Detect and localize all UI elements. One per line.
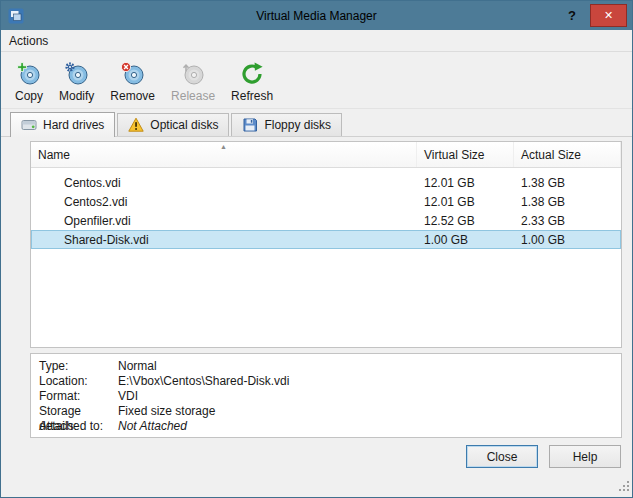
toolbar-release-button: Release (164, 57, 222, 106)
refresh-icon (240, 60, 264, 87)
virtual-size: 12.01 GB (417, 195, 514, 209)
virtual-size: 12.52 GB (417, 214, 514, 228)
toolbar-remove-button[interactable]: Remove (103, 57, 162, 106)
toolbar-modify-button[interactable]: Modify (52, 57, 101, 106)
table-body: Centos.vdi 12.01 GB 1.38 GB Centos2.vdi … (31, 168, 621, 249)
close-icon: ✕ (604, 9, 613, 22)
detail-storage: Storage details: Fixed size storage (39, 404, 613, 419)
hard-drive-icon (21, 117, 37, 133)
media-name: Centos2.vdi (31, 195, 417, 209)
detail-attached: Attached to: Not Attached (39, 419, 613, 434)
table-row-centos[interactable]: Centos.vdi 12.01 GB 1.38 GB (31, 173, 621, 192)
toolbar-copy-button[interactable]: Copy (8, 57, 50, 106)
actual-size: 1.00 GB (514, 233, 621, 247)
table-row-centos2[interactable]: Centos2.vdi 12.01 GB 1.38 GB (31, 192, 621, 211)
detail-attached-label: Attached to: (39, 419, 118, 434)
disk-add-icon (17, 60, 41, 87)
table-row-shared-disk[interactable]: Shared-Disk.vdi 1.00 GB 1.00 GB (31, 230, 621, 249)
toolbar-refresh-button[interactable]: Refresh (224, 57, 280, 106)
table-header: Name Virtual Size Actual Size ▲ (31, 142, 621, 168)
tab-optical-disks-label: Optical disks (150, 118, 218, 132)
virtual-size: 1.00 GB (417, 233, 514, 247)
tab-hard-drives[interactable]: Hard drives (10, 112, 115, 137)
detail-format: Format: VDI (39, 389, 613, 404)
help-button[interactable]: Help (549, 445, 621, 468)
column-header-virtual-size[interactable]: Virtual Size (417, 142, 514, 167)
toolbar: Copy Modify (1, 52, 632, 109)
column-header-actual-size[interactable]: Actual Size (514, 142, 621, 167)
resize-grip[interactable] (617, 479, 630, 495)
table-row-openfiler[interactable]: Openfiler.vdi 12.52 GB 2.33 GB (31, 211, 621, 230)
window-title: Virtual Media Manager (1, 9, 632, 23)
tab-optical-disks[interactable]: Optical disks (117, 113, 229, 136)
detail-storage-value: Fixed size storage (118, 404, 215, 419)
disk-modify-icon (65, 60, 89, 87)
warning-icon (128, 117, 144, 133)
titlebar-close-button[interactable]: ✕ (590, 4, 627, 27)
detail-location-label: Location: (39, 374, 118, 389)
toolbar-modify-label: Modify (59, 89, 94, 103)
toolbar-release-label: Release (171, 89, 215, 103)
menubar: Actions (1, 30, 632, 52)
media-name: Shared-Disk.vdi (31, 233, 417, 247)
media-name: Openfiler.vdi (31, 214, 417, 228)
footer-buttons: Close Help (466, 445, 621, 468)
detail-format-label: Format: (39, 389, 118, 404)
tab-hard-drives-label: Hard drives (43, 118, 104, 132)
disk-remove-icon (121, 60, 145, 87)
tab-floppy-disks-label: Floppy disks (264, 118, 331, 132)
virtual-size: 12.01 GB (417, 176, 514, 190)
toolbar-copy-label: Copy (15, 89, 43, 103)
titlebar-buttons: ? ✕ (558, 1, 632, 30)
actual-size: 2.33 GB (514, 214, 621, 228)
close-button[interactable]: Close (466, 445, 538, 468)
detail-location: Location: E:\Vbox\Centos\Shared-Disk.vdi (39, 374, 613, 389)
toolbar-refresh-label: Refresh (231, 89, 273, 103)
detail-storage-label: Storage details: (39, 404, 118, 419)
titlebar-help-button[interactable]: ? (558, 8, 586, 23)
detail-type-label: Type: (39, 359, 118, 374)
detail-location-value: E:\Vbox\Centos\Shared-Disk.vdi (118, 374, 289, 389)
menu-actions[interactable]: Actions (1, 32, 56, 50)
detail-type-value: Normal (118, 359, 157, 374)
detail-type: Type: Normal (39, 359, 613, 374)
titlebar[interactable]: Virtual Media Manager ? ✕ (1, 1, 632, 30)
detail-attached-value: Not Attached (118, 419, 187, 434)
details-panel: Type: Normal Location: E:\Vbox\Centos\Sh… (30, 353, 622, 438)
detail-format-value: VDI (118, 389, 138, 404)
virtual-media-manager-window: Virtual Media Manager ? ✕ Actions Copy (0, 0, 633, 498)
virtualbox-app-icon (8, 8, 24, 24)
actual-size: 1.38 GB (514, 176, 621, 190)
tab-floppy-disks[interactable]: Floppy disks (231, 113, 342, 136)
tabbar: Hard drives Optical disks F (1, 113, 632, 137)
disk-release-icon (181, 60, 205, 87)
media-name: Centos.vdi (31, 176, 417, 190)
actual-size: 1.38 GB (514, 195, 621, 209)
media-table: Name Virtual Size Actual Size ▲ Centos.v… (30, 141, 622, 348)
toolbar-remove-label: Remove (110, 89, 155, 103)
sort-ascending-icon: ▲ (220, 142, 227, 151)
floppy-icon (242, 117, 258, 133)
